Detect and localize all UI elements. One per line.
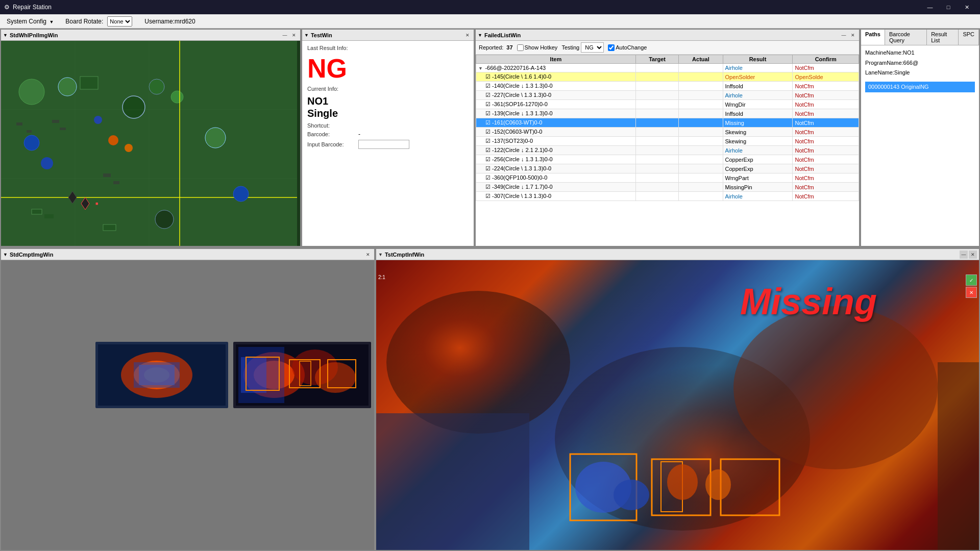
cell-result: WrngPart (723, 173, 793, 183)
last-result-label: Last Result Info: (307, 45, 358, 51)
std-cmpt-dropdown[interactable]: ▼ (3, 252, 8, 257)
std-cmpt-close[interactable]: ✕ (364, 251, 372, 259)
top-row: ▼ StdWhlPnlImgWin — ✕ (0, 29, 980, 248)
cell-actual (679, 146, 723, 155)
failed-list-table: Item Target Actual Result Confirm ▼ -666… (476, 55, 859, 201)
cell-target (635, 183, 679, 192)
tab-spc[interactable]: SPC (959, 30, 979, 45)
svg-rect-14 (27, 130, 32, 133)
table-row[interactable]: ▼ -666@-20220716-A-143AirholeNotCfm (476, 64, 859, 72)
cell-result: Airhole (723, 64, 793, 72)
lane-name-path: LaneName:Single (865, 68, 975, 78)
cell-result: Airhole (723, 91, 793, 100)
window-controls: — □ ✕ (921, 0, 976, 14)
titlebar: ⚙ Repair Station — □ ✕ (0, 0, 980, 14)
main-content: ▼ StdWhlPnlImgWin — ✕ (0, 29, 980, 551)
cell-target (635, 64, 679, 72)
cell-target (635, 82, 679, 91)
panel-dropdown-icon[interactable]: ▼ (3, 33, 8, 38)
std-cmpt-title: StdCmptImgWin (10, 252, 53, 258)
cell-target (635, 192, 679, 201)
cell-confirm: NotCfm (793, 146, 859, 155)
cell-target (635, 72, 679, 82)
table-row[interactable]: ☑ -140(Circle ↓ 1.3 1.3)0-0InffsoldNotCf… (476, 82, 859, 91)
failed-list-dropdown[interactable]: ▼ (478, 33, 482, 38)
show-hotkey-checkbox[interactable] (517, 44, 524, 51)
board-panel-minimize[interactable]: — (281, 31, 289, 39)
board-rotate-select[interactable]: None (107, 16, 132, 27)
auto-change-checkbox[interactable] (608, 44, 615, 51)
tst-cmpt-content[interactable]: 2:1 Missing ✓ ✕ (376, 260, 979, 550)
cell-confirm: NotCfm (793, 164, 859, 173)
table-row[interactable]: ☑ -361(SOP16-1270)0-0WrngDirNotCfm (476, 100, 859, 109)
tab-paths[interactable]: Paths (861, 30, 885, 45)
title-left: ⚙ Repair Station (4, 4, 52, 11)
table-row[interactable]: ☑ -161(C0603-WT)0-0MissingNotCfm (476, 118, 859, 128)
table-row[interactable]: ☑ -145(Circle \ 1.6 1.4)0-0OpenSolderOpe… (476, 72, 859, 82)
cell-item: ☑ -227(Circle \ 1.3 1.3)0-0 (476, 91, 636, 100)
tst-cmpt-dropdown[interactable]: ▼ (378, 252, 383, 257)
table-row[interactable]: ☑ -360(QFP100-500)0-0WrngPartNotCfm (476, 173, 859, 183)
tab-result-list[interactable]: Result List (927, 30, 959, 45)
table-row[interactable]: ☑ -349(Circle ↓ 1.7 1.7)0-0MissingPinNot… (476, 183, 859, 192)
board-content[interactable]: ■ (1, 41, 300, 246)
failed-list-close[interactable]: ✕ (849, 31, 857, 39)
cell-confirm: NotCfm (793, 155, 859, 164)
cell-item: ▼ -666@-20220716-A-143 (476, 64, 636, 72)
result-list-selected-item[interactable]: 0000000143 OriginalNG (865, 82, 975, 93)
table-row[interactable]: ☑ -152(C0603-WT)0-0SkewingNotCfm (476, 128, 859, 137)
tst-x-button[interactable]: ✕ (966, 287, 977, 298)
table-row[interactable]: ☑ -227(Circle \ 1.3 1.3)0-0AirholeNotCfm (476, 91, 859, 100)
last-result-row: Last Result Info: (307, 45, 469, 51)
col-item: Item (476, 55, 636, 64)
system-config-menu[interactable]: System Config ▼ (2, 16, 58, 27)
test-win-panel: ▼ TestWin ✕ Last Result Info: NG Current… (301, 29, 475, 247)
tst-cmpt-minimize[interactable]: — (960, 251, 968, 259)
tab-barcode-query[interactable]: Barcode Query (885, 30, 927, 45)
table-row[interactable]: ☑ -307(Circle \ 1.3 1.3)0-0AirholeNotCfm (476, 192, 859, 201)
table-row[interactable]: ☑ -137(SOT23)0-0SkewingNotCfm (476, 137, 859, 146)
test-win-controls: ✕ (463, 31, 472, 39)
std-cmpt-content[interactable]: 2:1 (1, 260, 374, 550)
maximize-button[interactable]: □ (939, 0, 958, 14)
cell-confirm: NotCfm (793, 91, 859, 100)
minimize-button[interactable]: — (921, 0, 939, 14)
failed-list-minimize[interactable]: — (840, 31, 848, 39)
col-confirm: Confirm (793, 55, 859, 64)
svg-rect-41 (139, 365, 175, 385)
table-row[interactable]: ☑ -224(Circle \ 1.3 1.3)0-0CopperExpNotC… (476, 164, 859, 173)
close-button[interactable]: ✕ (958, 0, 976, 14)
reported-count: 37 (506, 44, 512, 51)
app-title: Repair Station (13, 4, 52, 11)
cell-confirm: NotCfm (793, 173, 859, 183)
table-row[interactable]: ☑ -139(Circle ↓ 1.3 1.3)0-0InffsoldNotCf… (476, 109, 859, 118)
cell-target (635, 128, 679, 137)
tst-cmpt-controls: — ✕ (960, 251, 977, 259)
table-row[interactable]: ☑ -256(Circle ↓ 1.3 1.3)0-0CopperExpNotC… (476, 155, 859, 164)
tst-cmpt-header: ▼ TstCmptInfWin — ✕ (376, 249, 979, 260)
board-panel-close[interactable]: ✕ (290, 31, 298, 39)
cell-confirm: NotCfm (793, 183, 859, 192)
table-row[interactable]: ☑ -122(Circle ↓ 2.1 2.1)0-0AirholeNotCfm (476, 146, 859, 155)
testing-select[interactable]: NG All (581, 42, 604, 53)
failed-list-title: FailedListWin (484, 32, 521, 38)
svg-point-10 (24, 135, 39, 151)
reported-label: Reported: (479, 44, 503, 51)
tst-cmpt-close[interactable]: ✕ (969, 251, 977, 259)
svg-rect-28 (44, 214, 54, 218)
machine-name-display: NO1 (307, 95, 469, 107)
current-info-label: Current Info: (307, 86, 358, 92)
test-win-title: TestWin (311, 32, 332, 38)
test-win-close[interactable]: ✕ (463, 31, 472, 39)
cell-result: Skewing (723, 128, 793, 137)
auto-change-checkbox-label[interactable]: AutoChange (608, 44, 647, 51)
test-win-header: ▼ TestWin ✕ (302, 30, 474, 41)
failed-list-table-container[interactable]: Item Target Actual Result Confirm ▼ -666… (476, 55, 859, 246)
cell-actual (679, 137, 723, 146)
barcode-input[interactable] (358, 140, 409, 149)
svg-rect-18 (113, 181, 119, 184)
testing-item: Testing NG All (561, 42, 604, 53)
show-hotkey-checkbox-label[interactable]: Show Hotkey (517, 44, 558, 51)
testwin-panel-dropdown[interactable]: ▼ (304, 33, 309, 38)
tst-check-button[interactable]: ✓ (966, 274, 977, 286)
